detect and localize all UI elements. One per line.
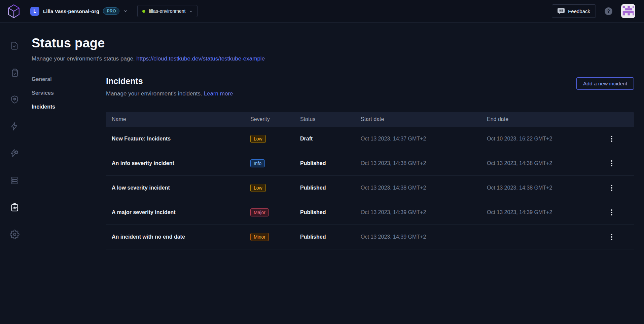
lightning-icon[interactable] bbox=[9, 121, 20, 132]
org-avatar: L bbox=[30, 7, 39, 16]
severity-badge: Info bbox=[250, 159, 265, 167]
row-actions-kebab-icon[interactable] bbox=[607, 182, 617, 194]
incident-status: Published bbox=[294, 185, 355, 191]
incident-start-date: Oct 13 2023, 14:38 GMT+2 bbox=[355, 185, 481, 191]
column-header-name: Name bbox=[106, 116, 245, 122]
severity-badge: Major bbox=[250, 208, 269, 216]
incidents-description-text: Manage your environment's incidents. bbox=[106, 90, 202, 97]
status-page-subnav: General Services Incidents bbox=[32, 76, 106, 249]
page-title: Status page bbox=[32, 36, 634, 50]
table-row: New Feature: Incidents Low Draft Oct 13 … bbox=[106, 127, 634, 151]
help-icon[interactable]: ? bbox=[605, 7, 612, 15]
user-avatar[interactable] bbox=[621, 4, 635, 18]
environment-select[interactable]: lillas-environment bbox=[137, 5, 198, 17]
learn-more-link[interactable]: Learn more bbox=[204, 90, 233, 97]
topbar: L Lilla Vass-personal-org PRO lillas-env… bbox=[0, 0, 644, 23]
subnav-item-services[interactable]: Services bbox=[32, 90, 106, 96]
page-subtitle: Manage your environment's status page. h… bbox=[32, 55, 634, 62]
subnav-item-general[interactable]: General bbox=[32, 76, 106, 82]
lightning-arrow-icon[interactable] bbox=[9, 148, 20, 159]
status-page-url-link[interactable]: https://cloud.testkube.dev/status/testku… bbox=[136, 55, 265, 62]
incident-status: Published bbox=[294, 234, 355, 240]
incident-name: New Feature: Incidents bbox=[106, 136, 245, 142]
chevron-down-icon bbox=[189, 9, 193, 13]
severity-badge: Low bbox=[250, 135, 266, 143]
incidents-section: Incidents Manage your environment's inci… bbox=[106, 76, 634, 249]
page-subtitle-text: Manage your environment's status page. bbox=[32, 55, 135, 62]
row-actions-kebab-icon[interactable] bbox=[607, 158, 617, 169]
severity-badge: Low bbox=[250, 184, 266, 192]
severity-badge: Minor bbox=[250, 233, 269, 241]
incident-start-date: Oct 13 2023, 14:37 GMT+2 bbox=[355, 136, 481, 142]
server-stack-icon[interactable] bbox=[9, 175, 20, 186]
feedback-button[interactable]: Feedback bbox=[552, 4, 596, 18]
incident-start-date: Oct 13 2023, 14:38 GMT+2 bbox=[355, 160, 481, 166]
incident-name: A low severity incident bbox=[106, 185, 245, 191]
row-actions-kebab-icon[interactable] bbox=[607, 231, 617, 243]
column-header-status: Status bbox=[294, 116, 355, 122]
column-header-end-date: End date bbox=[481, 116, 589, 122]
subnav-item-incidents[interactable]: Incidents bbox=[32, 104, 106, 110]
incident-name: A major severity incident bbox=[106, 209, 245, 215]
sidebar bbox=[0, 23, 29, 324]
incident-end-date: Oct 13 2023, 14:38 GMT+2 bbox=[481, 185, 589, 191]
chevron-down-icon bbox=[123, 9, 128, 13]
environment-name: lillas-environment bbox=[149, 8, 185, 14]
discord-icon bbox=[558, 8, 565, 14]
incident-status: Published bbox=[294, 160, 355, 166]
table-header: Name Severity Status Start date End date bbox=[106, 112, 634, 127]
table-row: An incident with no end date Minor Publi… bbox=[106, 225, 634, 249]
org-switcher[interactable]: L Lilla Vass-personal-org PRO bbox=[30, 7, 128, 16]
incident-name: An incident with no end date bbox=[106, 234, 245, 240]
incident-status: Published bbox=[294, 209, 355, 215]
app-root: L Lilla Vass-personal-org PRO lillas-env… bbox=[0, 0, 644, 324]
file-check-icon[interactable] bbox=[9, 40, 20, 51]
status-page-icon[interactable] bbox=[9, 202, 20, 213]
column-header-severity: Severity bbox=[245, 116, 294, 122]
column-header-start-date: Start date bbox=[355, 116, 481, 122]
row-actions-kebab-icon[interactable] bbox=[607, 207, 617, 218]
incident-start-date: Oct 13 2023, 14:39 GMT+2 bbox=[355, 234, 481, 240]
add-incident-button[interactable]: Add a new incident bbox=[576, 77, 634, 90]
incident-status: Draft bbox=[294, 136, 355, 142]
incident-end-date: Oct 13 2023, 14:38 GMT+2 bbox=[481, 160, 589, 166]
table-row: A low severity incident Low Published Oc… bbox=[106, 176, 634, 200]
incident-end-date: Oct 13 2023, 14:39 GMT+2 bbox=[481, 209, 589, 215]
environment-status-dot-icon bbox=[142, 10, 145, 13]
incident-end-date: Oct 10 2023, 16:22 GMT+2 bbox=[481, 136, 589, 142]
incidents-heading: Incidents bbox=[106, 76, 233, 86]
incident-name: An info severity incident bbox=[106, 160, 245, 166]
testkube-logo-icon[interactable] bbox=[7, 3, 21, 19]
org-name: Lilla Vass-personal-org bbox=[43, 8, 99, 14]
files-check-icon[interactable] bbox=[9, 67, 20, 78]
table-row: A major severity incident Major Publishe… bbox=[106, 200, 634, 225]
shield-gear-icon[interactable] bbox=[9, 94, 20, 105]
incidents-table: Name Severity Status Start date End date… bbox=[106, 112, 634, 249]
row-actions-kebab-icon[interactable] bbox=[607, 133, 617, 145]
feedback-label: Feedback bbox=[568, 8, 590, 14]
gear-icon[interactable] bbox=[9, 229, 20, 240]
incidents-description: Manage your environment's incidents. Lea… bbox=[106, 90, 233, 97]
table-row: An info severity incident Info Published… bbox=[106, 151, 634, 176]
incident-start-date: Oct 13 2023, 14:39 GMT+2 bbox=[355, 209, 481, 215]
plan-badge: PRO bbox=[103, 7, 119, 15]
main-content: Status page Manage your environment's st… bbox=[29, 23, 644, 324]
